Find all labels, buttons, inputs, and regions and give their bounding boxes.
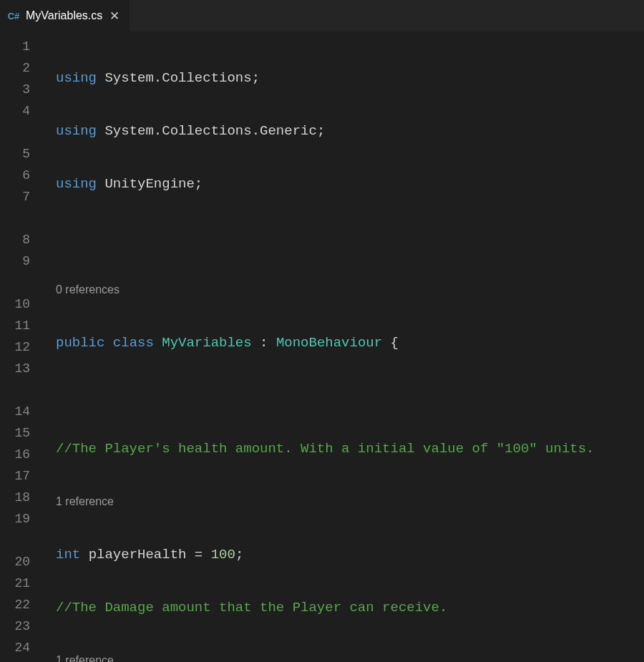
code-line[interactable] [43,226,644,248]
equals: = [195,547,203,563]
line-number: 17 [0,465,43,487]
semicolon: ; [235,547,243,563]
file-tab[interactable]: C# MyVariables.cs ✕ [0,0,130,31]
namespace: System.Collections [104,70,251,86]
line-number: 10 [0,293,43,315]
line-number: 14 [0,401,43,422]
comment: //The Player's health amount. With a ini… [56,441,595,457]
keyword-class: class [113,335,154,351]
number-literal: 100 [211,547,235,563]
code-line[interactable]: using UnityEngine; [43,173,644,195]
codelens-references[interactable]: 0 references [43,279,644,301]
comment: //The Damage amount that the Player can … [56,600,447,615]
semicolon: ; [252,70,260,86]
field-name: playerHealth [89,547,187,563]
line-number [0,208,43,229]
line-number: 21 [0,573,43,594]
line-number: 20 [0,551,43,573]
line-number: 13 [0,358,43,379]
base-class: MonoBehaviour [276,335,382,351]
keyword-using: using [56,123,97,139]
code-line[interactable]: public class MyVariables : MonoBehaviour… [43,332,644,354]
line-number: 6 [0,165,43,186]
class-name: MyVariables [162,335,251,351]
code-line[interactable]: //The Player's health amount. With a ini… [43,438,644,459]
line-number [0,122,43,143]
keyword-public: public [56,335,104,351]
keyword-int: int [56,547,80,563]
open-brace: { [391,335,399,351]
line-number: 11 [0,315,43,336]
close-icon[interactable]: ✕ [108,9,121,22]
line-number [0,272,43,293]
line-number: 18 [0,487,43,508]
semicolon: ; [317,123,325,139]
namespace: UnityEngine [104,176,194,192]
code-editor[interactable]: 1 2 3 4 5 6 7 8 9 10 11 12 13 14 15 16 1… [0,31,644,662]
code-area[interactable]: using System.Collections; using System.C… [43,31,644,662]
csharp-file-icon: C# [7,9,20,22]
line-number: 4 [0,100,43,122]
keyword-using: using [56,70,97,86]
line-number: 2 [0,57,43,79]
tab-bar: C# MyVariables.cs ✕ [0,0,644,31]
code-line[interactable]: using System.Collections.Generic; [43,120,644,142]
code-line[interactable] [43,385,644,407]
line-number: 9 [0,250,43,272]
line-number: 12 [0,336,43,358]
line-number: 7 [0,186,43,208]
line-number: 15 [0,422,43,444]
namespace: System.Collections.Generic [104,123,316,139]
code-line[interactable]: using System.Collections; [43,67,644,89]
semicolon: ; [195,176,203,192]
codelens-references[interactable]: 1 reference [43,650,644,662]
line-number: 23 [0,615,43,637]
line-number [0,379,43,401]
line-number: 1 [0,36,43,57]
line-number: 19 [0,508,43,530]
keyword-using: using [56,176,97,192]
line-number: 8 [0,229,43,250]
code-line[interactable]: int playerHealth = 100; [43,544,644,565]
line-number: 24 [0,637,43,658]
line-number: 22 [0,594,43,615]
line-number: 16 [0,444,43,465]
code-line[interactable]: //The Damage amount that the Player can … [43,597,644,618]
tab-filename: MyVariables.cs [26,9,102,22]
line-number-gutter: 1 2 3 4 5 6 7 8 9 10 11 12 13 14 15 16 1… [0,31,43,662]
line-number: 3 [0,79,43,100]
line-number [0,530,43,551]
codelens-references[interactable]: 1 reference [43,491,644,512]
colon: : [260,335,268,351]
line-number: 5 [0,143,43,165]
